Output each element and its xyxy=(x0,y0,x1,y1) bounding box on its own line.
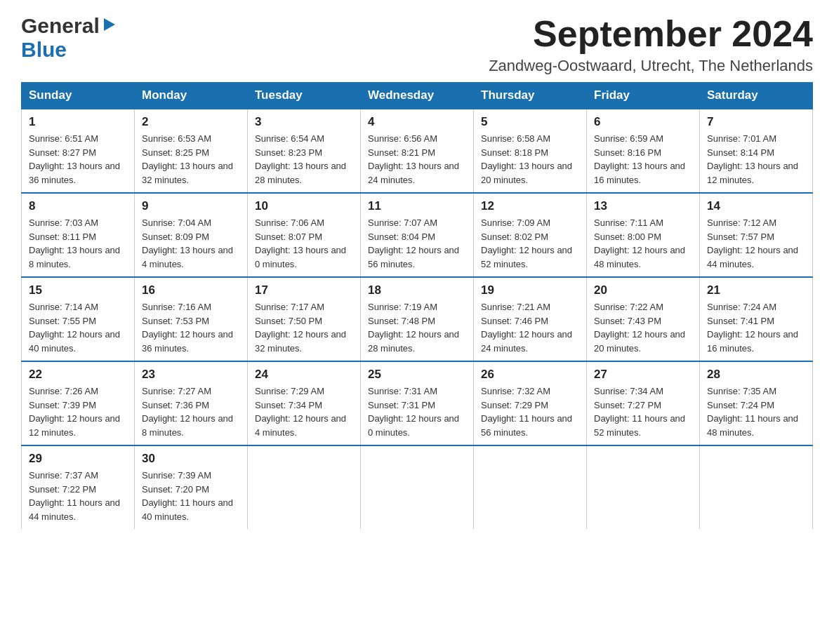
day-info: Sunrise: 7:26 AMSunset: 7:39 PMDaylight:… xyxy=(29,384,127,439)
table-row xyxy=(248,445,361,529)
calendar-week-row: 1Sunrise: 6:51 AMSunset: 8:27 PMDaylight… xyxy=(22,109,813,193)
day-number: 23 xyxy=(142,368,240,382)
day-info: Sunrise: 6:51 AMSunset: 8:27 PMDaylight:… xyxy=(29,132,127,187)
day-number: 6 xyxy=(594,115,692,129)
day-number: 19 xyxy=(481,283,579,297)
svg-marker-0 xyxy=(104,18,115,31)
day-info: Sunrise: 7:17 AMSunset: 7:50 PMDaylight:… xyxy=(255,300,353,355)
day-number: 27 xyxy=(594,368,692,382)
day-number: 16 xyxy=(142,283,240,297)
table-row: 4Sunrise: 6:56 AMSunset: 8:21 PMDaylight… xyxy=(361,109,474,193)
table-row xyxy=(361,445,474,529)
table-row: 2Sunrise: 6:53 AMSunset: 8:25 PMDaylight… xyxy=(135,109,248,193)
table-row: 13Sunrise: 7:11 AMSunset: 8:00 PMDayligh… xyxy=(587,193,700,277)
day-number: 21 xyxy=(707,283,805,297)
col-thursday: Thursday xyxy=(474,83,587,109)
day-info: Sunrise: 7:04 AMSunset: 8:09 PMDaylight:… xyxy=(142,216,240,271)
day-info: Sunrise: 7:06 AMSunset: 8:07 PMDaylight:… xyxy=(255,216,353,271)
table-row: 5Sunrise: 6:58 AMSunset: 8:18 PMDaylight… xyxy=(474,109,587,193)
day-number: 30 xyxy=(142,452,240,466)
col-saturday: Saturday xyxy=(700,83,813,109)
table-row: 27Sunrise: 7:34 AMSunset: 7:27 PMDayligh… xyxy=(587,361,700,445)
day-number: 13 xyxy=(594,199,692,213)
day-info: Sunrise: 7:16 AMSunset: 7:53 PMDaylight:… xyxy=(142,300,240,355)
calendar-week-row: 29Sunrise: 7:37 AMSunset: 7:22 PMDayligh… xyxy=(22,445,813,529)
day-info: Sunrise: 7:07 AMSunset: 8:04 PMDaylight:… xyxy=(368,216,466,271)
calendar-week-row: 22Sunrise: 7:26 AMSunset: 7:39 PMDayligh… xyxy=(22,361,813,445)
logo-blue-text: Blue xyxy=(21,38,67,61)
table-row: 19Sunrise: 7:21 AMSunset: 7:46 PMDayligh… xyxy=(474,277,587,361)
calendar-header-row: Sunday Monday Tuesday Wednesday Thursday… xyxy=(22,83,813,109)
table-row: 7Sunrise: 7:01 AMSunset: 8:14 PMDaylight… xyxy=(700,109,813,193)
table-row: 30Sunrise: 7:39 AMSunset: 7:20 PMDayligh… xyxy=(135,445,248,529)
day-number: 24 xyxy=(255,368,353,382)
table-row: 15Sunrise: 7:14 AMSunset: 7:55 PMDayligh… xyxy=(22,277,135,361)
table-row: 25Sunrise: 7:31 AMSunset: 7:31 PMDayligh… xyxy=(361,361,474,445)
day-info: Sunrise: 7:29 AMSunset: 7:34 PMDaylight:… xyxy=(255,384,353,439)
day-info: Sunrise: 7:01 AMSunset: 8:14 PMDaylight:… xyxy=(707,132,805,187)
day-number: 28 xyxy=(707,368,805,382)
day-info: Sunrise: 6:56 AMSunset: 8:21 PMDaylight:… xyxy=(368,132,466,187)
day-number: 22 xyxy=(29,368,127,382)
table-row: 26Sunrise: 7:32 AMSunset: 7:29 PMDayligh… xyxy=(474,361,587,445)
day-info: Sunrise: 7:24 AMSunset: 7:41 PMDaylight:… xyxy=(707,300,805,355)
table-row: 16Sunrise: 7:16 AMSunset: 7:53 PMDayligh… xyxy=(135,277,248,361)
day-info: Sunrise: 7:27 AMSunset: 7:36 PMDaylight:… xyxy=(142,384,240,439)
calendar-table: Sunday Monday Tuesday Wednesday Thursday… xyxy=(21,82,813,529)
day-number: 3 xyxy=(255,115,353,129)
table-row: 10Sunrise: 7:06 AMSunset: 8:07 PMDayligh… xyxy=(248,193,361,277)
location-subtitle: Zandweg-Oostwaard, Utrecht, The Netherla… xyxy=(489,57,813,75)
table-row: 3Sunrise: 6:54 AMSunset: 8:23 PMDaylight… xyxy=(248,109,361,193)
logo-general-text: General xyxy=(21,14,100,38)
table-row xyxy=(474,445,587,529)
table-row: 8Sunrise: 7:03 AMSunset: 8:11 PMDaylight… xyxy=(22,193,135,277)
col-wednesday: Wednesday xyxy=(361,83,474,109)
table-row: 22Sunrise: 7:26 AMSunset: 7:39 PMDayligh… xyxy=(22,361,135,445)
day-info: Sunrise: 6:59 AMSunset: 8:16 PMDaylight:… xyxy=(594,132,692,187)
table-row: 1Sunrise: 6:51 AMSunset: 8:27 PMDaylight… xyxy=(22,109,135,193)
day-number: 9 xyxy=(142,199,240,213)
month-title: September 2024 xyxy=(489,14,813,54)
day-number: 14 xyxy=(707,199,805,213)
day-number: 7 xyxy=(707,115,805,129)
day-number: 8 xyxy=(29,199,127,213)
day-number: 4 xyxy=(368,115,466,129)
table-row: 14Sunrise: 7:12 AMSunset: 7:57 PMDayligh… xyxy=(700,193,813,277)
day-number: 29 xyxy=(29,452,127,466)
day-info: Sunrise: 7:34 AMSunset: 7:27 PMDaylight:… xyxy=(594,384,692,439)
title-section: September 2024 Zandweg-Oostwaard, Utrech… xyxy=(489,14,813,75)
table-row: 6Sunrise: 6:59 AMSunset: 8:16 PMDaylight… xyxy=(587,109,700,193)
table-row: 20Sunrise: 7:22 AMSunset: 7:43 PMDayligh… xyxy=(587,277,700,361)
day-info: Sunrise: 7:12 AMSunset: 7:57 PMDaylight:… xyxy=(707,216,805,271)
table-row: 24Sunrise: 7:29 AMSunset: 7:34 PMDayligh… xyxy=(248,361,361,445)
col-friday: Friday xyxy=(587,83,700,109)
day-number: 5 xyxy=(481,115,579,129)
day-info: Sunrise: 7:11 AMSunset: 8:00 PMDaylight:… xyxy=(594,216,692,271)
day-info: Sunrise: 7:39 AMSunset: 7:20 PMDaylight:… xyxy=(142,469,240,523)
day-number: 12 xyxy=(481,199,579,213)
page-header: General Blue September 2024 Zandweg-Oost… xyxy=(21,14,813,75)
day-info: Sunrise: 6:58 AMSunset: 8:18 PMDaylight:… xyxy=(481,132,579,187)
day-number: 26 xyxy=(481,368,579,382)
logo-arrow-icon xyxy=(101,17,117,35)
day-number: 25 xyxy=(368,368,466,382)
calendar-week-row: 15Sunrise: 7:14 AMSunset: 7:55 PMDayligh… xyxy=(22,277,813,361)
day-info: Sunrise: 7:03 AMSunset: 8:11 PMDaylight:… xyxy=(29,216,127,271)
day-info: Sunrise: 7:32 AMSunset: 7:29 PMDaylight:… xyxy=(481,384,579,439)
day-info: Sunrise: 6:54 AMSunset: 8:23 PMDaylight:… xyxy=(255,132,353,187)
day-info: Sunrise: 7:22 AMSunset: 7:43 PMDaylight:… xyxy=(594,300,692,355)
table-row: 11Sunrise: 7:07 AMSunset: 8:04 PMDayligh… xyxy=(361,193,474,277)
table-row: 9Sunrise: 7:04 AMSunset: 8:09 PMDaylight… xyxy=(135,193,248,277)
calendar-week-row: 8Sunrise: 7:03 AMSunset: 8:11 PMDaylight… xyxy=(22,193,813,277)
table-row: 28Sunrise: 7:35 AMSunset: 7:24 PMDayligh… xyxy=(700,361,813,445)
day-info: Sunrise: 7:21 AMSunset: 7:46 PMDaylight:… xyxy=(481,300,579,355)
day-number: 2 xyxy=(142,115,240,129)
day-info: Sunrise: 7:37 AMSunset: 7:22 PMDaylight:… xyxy=(29,469,127,523)
day-info: Sunrise: 6:53 AMSunset: 8:25 PMDaylight:… xyxy=(142,132,240,187)
table-row xyxy=(587,445,700,529)
day-info: Sunrise: 7:19 AMSunset: 7:48 PMDaylight:… xyxy=(368,300,466,355)
day-number: 10 xyxy=(255,199,353,213)
col-sunday: Sunday xyxy=(22,83,135,109)
day-number: 15 xyxy=(29,283,127,297)
day-number: 11 xyxy=(368,199,466,213)
